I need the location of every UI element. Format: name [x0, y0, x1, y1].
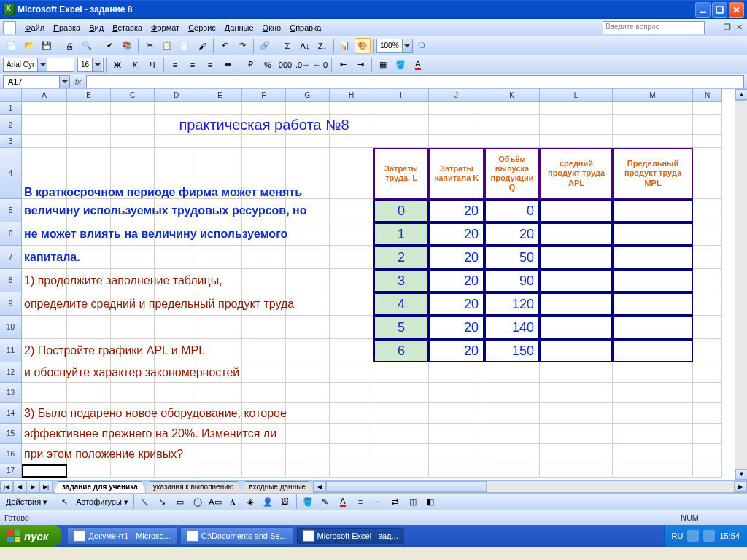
maximize-button[interactable] [712, 2, 727, 18]
table-header[interactable]: Затраты труда, L [374, 148, 429, 199]
paste-icon[interactable]: 📄 [177, 38, 193, 54]
cell-MPL[interactable] [613, 339, 693, 362]
picture-icon[interactable]: 🖼 [277, 494, 293, 510]
col-header-C[interactable]: C [111, 89, 155, 102]
scroll-up-icon[interactable]: ▲ [735, 89, 747, 100]
increase-decimal-icon[interactable]: .0→ [295, 57, 311, 73]
font-size-combo[interactable]: 16 [77, 58, 104, 72]
cell-MPL[interactable] [613, 316, 693, 339]
chart-wizard-icon[interactable]: 📊 [337, 38, 353, 54]
row-header-10[interactable]: 10 [0, 316, 22, 339]
cell-K[interactable]: 20 [429, 246, 484, 269]
cell-L[interactable]: 0 [374, 199, 429, 222]
cell-Q[interactable]: 90 [484, 269, 540, 292]
tab-nav-prev-icon[interactable]: ◀ [13, 481, 26, 493]
sheet-tab[interactable]: задание для ученика [54, 481, 146, 493]
formula-input[interactable] [86, 75, 744, 88]
tray-icon[interactable] [687, 530, 699, 542]
cell-MPL[interactable] [613, 199, 693, 222]
menu-Окно[interactable]: Окно [258, 21, 286, 34]
shadow-icon[interactable]: ◫ [405, 494, 421, 510]
font-color-icon[interactable]: A [410, 57, 426, 73]
undo-icon[interactable]: ↶ [217, 38, 233, 54]
copy-icon[interactable]: 📋 [159, 38, 175, 54]
row-header-8[interactable]: 8 [0, 269, 22, 292]
sort-asc-icon[interactable]: A↓ [297, 38, 313, 54]
cell-K[interactable]: 20 [429, 222, 484, 246]
cell-K[interactable]: 20 [429, 269, 484, 292]
research-icon[interactable]: 📚 [119, 38, 135, 54]
row-header-4[interactable]: 4 [0, 148, 22, 199]
table-header[interactable]: средний продукт труда APL [540, 148, 613, 199]
cell-Q[interactable]: 50 [484, 246, 540, 269]
align-right-icon[interactable]: ≡ [202, 57, 218, 73]
row-header-7[interactable]: 7 [0, 246, 22, 269]
font-color-draw-icon[interactable]: A [335, 494, 351, 510]
text-r6[interactable]: не может влиять на величину используемог… [22, 222, 374, 246]
underline-icon[interactable]: Ч [144, 57, 160, 73]
percent-icon[interactable]: % [260, 57, 276, 73]
col-header-K[interactable]: K [484, 89, 540, 102]
cell-K[interactable]: 20 [429, 316, 484, 339]
cell-L[interactable]: 6 [374, 339, 429, 362]
cell-K[interactable]: 20 [429, 339, 484, 362]
tray-lang[interactable]: RU [672, 532, 684, 540]
line-style-icon[interactable]: ≡ [352, 494, 368, 510]
vertical-scrollbar[interactable]: ▲ ▼ [735, 89, 747, 480]
close-button[interactable] [729, 2, 744, 18]
cell-APL[interactable] [540, 199, 613, 222]
row-header-3[interactable]: 3 [0, 135, 22, 148]
arrow-icon[interactable]: ↘ [155, 494, 171, 510]
col-header-I[interactable]: I [374, 89, 429, 102]
save-icon[interactable]: 💾 [39, 38, 55, 54]
taskbar-item[interactable]: Microsoft Excel - зад... [296, 527, 405, 545]
menu-Данные[interactable]: Данные [220, 21, 258, 34]
select-all-corner[interactable] [0, 89, 22, 102]
diagram-icon[interactable]: ◈ [242, 494, 258, 510]
row-header-11[interactable]: 11 [0, 339, 22, 362]
col-header-B[interactable]: B [67, 89, 111, 102]
select-objects-icon[interactable]: ↖ [56, 494, 72, 510]
cut-icon[interactable]: ✂ [142, 38, 158, 54]
line-icon[interactable]: ＼ [137, 494, 153, 510]
cell-MPL[interactable] [613, 222, 693, 246]
worksheet-grid[interactable]: ABCDEFGHIJKLMN 1234567891011121314151617… [0, 89, 747, 480]
text-r4[interactable]: В краткосрочном периоде фирма может меня… [22, 148, 374, 199]
text-r12[interactable]: и обоснуйте характер закономерностей [22, 362, 374, 383]
tab-nav-last-icon[interactable]: ▶| [39, 481, 53, 493]
menu-Вид[interactable]: Вид [85, 21, 108, 34]
3d-icon[interactable]: ◧ [422, 494, 438, 510]
text-r16[interactable]: при этом положение кривых? [22, 444, 374, 464]
autoshapes-menu[interactable]: Автофигуры ▾ [73, 497, 131, 507]
col-header-E[interactable]: E [198, 89, 242, 102]
cell-L[interactable]: 2 [374, 246, 429, 269]
minimize-button[interactable] [695, 2, 711, 18]
text-r9[interactable]: определите средний и предельный продукт … [22, 292, 374, 316]
cell-Q[interactable]: 140 [484, 316, 540, 339]
sort-desc-icon[interactable]: Z↓ [314, 38, 330, 54]
cell-MPL[interactable] [613, 246, 693, 269]
borders-icon[interactable]: ▦ [375, 57, 391, 73]
row-header-6[interactable]: 6 [0, 222, 22, 246]
text-r7[interactable]: капитала. [22, 246, 374, 269]
cell-APL[interactable] [540, 316, 613, 339]
table-header[interactable]: Объём выпуска продукции Q [484, 148, 540, 199]
wordart-icon[interactable]: 𝐀 [225, 494, 241, 510]
currency-icon[interactable]: ₽ [242, 57, 258, 73]
oval-icon[interactable]: ◯ [190, 494, 206, 510]
spelling-icon[interactable]: ✔ [101, 38, 117, 54]
sheet-tab[interactable]: входные данные [241, 481, 314, 493]
menu-Правка[interactable]: Правка [49, 21, 85, 34]
cell-K[interactable]: 20 [429, 292, 484, 316]
cell-Q[interactable]: 150 [484, 339, 540, 362]
align-left-icon[interactable]: ≡ [167, 57, 183, 73]
help-icon[interactable]: ❍ [414, 38, 430, 54]
arrow-style-icon[interactable]: ⇄ [387, 494, 403, 510]
col-header-H[interactable]: H [330, 89, 374, 102]
row-header-12[interactable]: 12 [0, 362, 22, 383]
taskbar-item[interactable]: C:\Documents and Se... [180, 527, 293, 545]
menu-Справка[interactable]: Справка [285, 21, 325, 34]
autosum-icon[interactable]: Σ [279, 38, 295, 54]
bold-icon[interactable]: Ж [109, 57, 125, 73]
text-r8[interactable]: 1) продолжите заполнение таблицы, [22, 269, 374, 292]
